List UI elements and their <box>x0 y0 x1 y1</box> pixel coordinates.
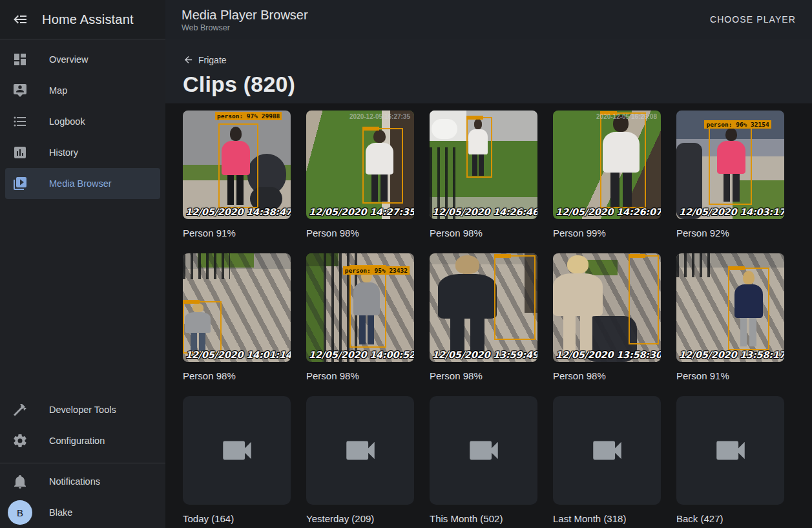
sidebar-toggle-button[interactable] <box>13 12 28 27</box>
configuration-icon <box>12 433 28 449</box>
sidebar-item-media-browser[interactable]: Media Browser <box>5 168 160 199</box>
clip-timestamp: 12/05/2020 14:01:14 <box>185 350 291 360</box>
clip-thumbnail: 12/05/2020 13:58:30 <box>553 253 661 362</box>
video-icon <box>465 432 503 469</box>
detection-chip-mini <box>362 127 379 131</box>
clip-label: Person 91% <box>676 370 784 381</box>
clip-thumbnail: 12/05/2020 13:59:49 <box>430 253 537 362</box>
content-header: Frigate Clips (820) <box>165 39 812 103</box>
clip-card[interactable]: 12/05/2020 14:26:46Person 98% <box>430 111 537 238</box>
scene-band <box>432 119 457 138</box>
video-icon <box>588 432 626 469</box>
backburger-icon <box>13 12 28 27</box>
sidebar-item-developer-tools[interactable]: Developer Tools <box>0 394 165 425</box>
sidebar-item-user[interactable]: BBlake <box>0 497 165 528</box>
panel-header: Media Player Browser Web Browser CHOOSE … <box>165 0 812 39</box>
clip-timestamp: 12/05/2020 14:00:52 <box>309 350 414 360</box>
sidebar-item-notifications[interactable]: Notifications <box>0 466 165 497</box>
clip-card[interactable]: 2020-12-05 16:27:3512/05/2020 14:27:35Pe… <box>306 111 414 238</box>
breadcrumb-label: Frigate <box>198 55 227 65</box>
sidebar-item-label: Configuration <box>49 436 105 446</box>
folder-card-this-month-502[interactable]: This Month (502) <box>430 396 537 524</box>
clip-card[interactable]: 2020-12-05 16:26:0812/05/2020 14:26:07Pe… <box>553 111 661 238</box>
clip-label: Person 91% <box>183 227 291 238</box>
panel-titles: Media Player Browser Web Browser <box>165 7 308 32</box>
app-header: Home Assistant Media Player Browser Web … <box>0 0 812 39</box>
folder-card-yesterday-209[interactable]: Yesterday (209) <box>306 396 414 524</box>
person-figure <box>438 255 496 357</box>
sidebar-item-label: Notifications <box>49 476 100 487</box>
notifications-icon <box>12 474 28 489</box>
figure-torso <box>438 274 496 319</box>
sidebar-divider <box>0 463 165 463</box>
folder-label: This Month (502) <box>430 513 537 524</box>
clip-timestamp: 12/05/2020 13:58:17 <box>679 350 784 360</box>
clip-card[interactable]: 12/05/2020 13:59:49Person 98% <box>430 253 537 381</box>
clip-label: Person 98% <box>553 370 661 381</box>
sidebar-item-map[interactable]: Map <box>0 75 165 106</box>
choose-player-button[interactable]: CHOOSE PLAYER <box>705 9 801 30</box>
folder-thumbnail <box>183 396 291 505</box>
folder-thumbnail <box>676 396 784 505</box>
sidebar: OverviewMapLogbookHistoryMedia BrowserDe… <box>0 39 165 528</box>
clip-timestamp: 12/05/2020 14:26:46 <box>432 207 537 217</box>
folder-card-today-164[interactable]: Today (164) <box>183 396 291 524</box>
sidebar-item-label: Map <box>49 85 67 96</box>
sidebar-item-overview[interactable]: Overview <box>0 44 165 75</box>
avatar: B <box>8 500 32 525</box>
detection-bbox <box>629 255 659 344</box>
detection-bbox <box>362 128 403 204</box>
page-title: Clips (820) <box>183 72 812 97</box>
clip-card[interactable]: person: 96% 3215412/05/2020 14:03:17Pers… <box>676 111 784 238</box>
figure-torso <box>553 273 603 317</box>
clip-thumbnail: person: 96% 3215412/05/2020 14:03:17 <box>676 111 784 219</box>
clip-card[interactable]: person: 95% 2343212/05/2020 14:00:52Pers… <box>306 253 414 381</box>
clip-timestamp: 12/05/2020 13:58:30 <box>556 350 661 360</box>
detection-chip: person: 96% 32154 <box>704 120 771 129</box>
media-browser-icon <box>12 176 28 191</box>
sidebar-item-configuration[interactable]: Configuration <box>0 425 165 456</box>
sidebar-item-label: Logbook <box>49 116 85 127</box>
folder-label: Today (164) <box>183 513 291 524</box>
clip-card[interactable]: person: 97% 2998812/05/2020 14:38:47Pers… <box>183 111 291 238</box>
clip-timestamp: 12/05/2020 14:26:07 <box>556 207 661 217</box>
detection-bbox <box>600 112 645 208</box>
clip-thumbnail: 12/05/2020 13:58:17 <box>676 253 784 362</box>
video-icon <box>342 432 379 469</box>
detection-chip-mini <box>494 254 511 258</box>
detection-bbox <box>728 268 769 350</box>
sidebar-item-logbook[interactable]: Logbook <box>0 106 165 137</box>
sidebar-spacer <box>0 199 165 394</box>
clip-thumbnail: 2020-12-05 16:27:3512/05/2020 14:27:35 <box>306 111 414 219</box>
detection-bbox <box>494 255 535 340</box>
detection-chip-mini <box>183 300 200 304</box>
panel-subtitle: Web Browser <box>182 23 308 32</box>
figure-hair <box>567 255 588 273</box>
logbook-icon <box>12 114 28 129</box>
detection-chip-mini <box>629 254 645 258</box>
folder-thumbnail <box>306 396 414 505</box>
clip-thumbnail: 12/05/2020 14:26:46 <box>430 111 537 219</box>
clip-thumbnail: 12/05/2020 14:01:14 <box>183 253 291 362</box>
breadcrumb-back[interactable]: Frigate <box>183 54 227 65</box>
developer-tools-icon <box>12 402 28 417</box>
detection-bbox <box>349 265 386 348</box>
folder-card-back-427[interactable]: Back (427) <box>676 396 784 524</box>
folder-card-last-month-318[interactable]: Last Month (318) <box>553 396 661 524</box>
clip-card[interactable]: 12/05/2020 13:58:30Person 98% <box>553 253 661 381</box>
arrow-left-icon <box>183 54 194 65</box>
sidebar-item-history[interactable]: History <box>0 137 165 168</box>
folder-label: Back (427) <box>676 513 784 524</box>
detection-chip: person: 97% 29988 <box>215 112 282 120</box>
clip-card[interactable]: 12/05/2020 14:01:14Person 98% <box>183 253 291 381</box>
user-name: Blake <box>49 507 72 518</box>
clip-card[interactable]: 12/05/2020 13:58:17Person 91% <box>676 253 784 381</box>
folder-thumbnail <box>553 396 661 505</box>
sidebar-header: Home Assistant <box>0 0 165 39</box>
sidebar-item-label: Developer Tools <box>49 405 116 415</box>
app-title: Home Assistant <box>42 12 134 27</box>
clip-label: Person 99% <box>553 227 661 238</box>
folder-label: Yesterday (209) <box>306 513 414 524</box>
camera-timestamp-overlay: 2020-12-05 16:26:08 <box>596 113 657 120</box>
clip-label: Person 98% <box>306 227 414 238</box>
